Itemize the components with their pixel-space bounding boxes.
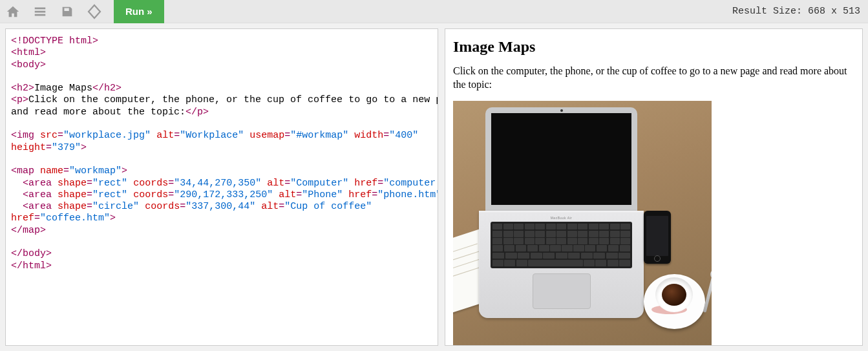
rotate-icon[interactable] (87, 4, 102, 19)
code-area2: area (28, 189, 52, 200)
code-img-usemap-attr: usemap (249, 130, 284, 141)
code-p-text-2: and read more about the topic: (11, 107, 185, 118)
code-img-src-attr: src (40, 130, 58, 141)
code-area1: area (28, 178, 52, 189)
code-html-open: html (17, 47, 40, 58)
result-size-label: Result Size: 668 x 513 (732, 6, 863, 17)
code-img-alt-val: "Workplace" (180, 130, 244, 141)
code-a3-shape: "circle" (92, 201, 139, 212)
code-map-close: map (23, 225, 40, 236)
code-html-close: html (23, 261, 46, 271)
code-area3: area (28, 201, 52, 212)
code-a2-href-attr: href (348, 189, 372, 200)
code-img-width-attr: width (354, 130, 383, 141)
code-body-close: body (23, 248, 46, 259)
camera-icon (560, 109, 563, 112)
home-icon[interactable] (5, 4, 21, 19)
code-img-height-attr: height (11, 142, 46, 153)
code-a3-href-attr: href (11, 213, 34, 224)
code-a3-href: "coffee.htm" (40, 213, 110, 224)
toolbar: Run » Result Size: 668 x 513 (0, 0, 868, 23)
code-h2-open: h2 (17, 83, 28, 94)
code-a2-href: "phone.htm" (377, 189, 438, 200)
save-icon[interactable] (59, 4, 75, 19)
panes: <!DOCTYPE html> <html> <body> <h2>Image … (0, 23, 868, 351)
code-a2-alt-attr: alt (279, 189, 296, 200)
code-a1-href: "computer.htm" (383, 178, 438, 189)
code-a2-coords-attr: coords (133, 189, 168, 200)
code-img-usemap-val: "#workmap" (290, 130, 348, 141)
laptop-brand: MacBook Air (491, 216, 632, 220)
code-img-height-val: "379" (52, 142, 81, 153)
code-doctype: <!DOCTYPE html> (11, 36, 98, 47)
code-a2-coords: "290,172,333,250" (174, 189, 273, 200)
coffee-area[interactable] (644, 268, 708, 332)
toolbar-left (5, 4, 102, 19)
code-a3-coords-attr: coords (145, 201, 180, 212)
laptop-screen (491, 113, 631, 205)
code-img-width-val: "400" (389, 130, 418, 141)
result-pane: Image Maps Click on the computer, the ph… (445, 28, 863, 346)
code-a3-coords: "337,300,44" (185, 201, 255, 212)
code-a1-coords-attr: coords (133, 178, 168, 189)
code-body-open: body (17, 59, 40, 70)
code-a1-alt-attr: alt (267, 178, 284, 189)
result-heading: Image Maps (453, 38, 854, 56)
code-img-alt-attr: alt (156, 130, 174, 141)
code-a1-shape: "rect" (92, 178, 127, 189)
code-a2-shape-attr: shape (58, 189, 87, 200)
code-editor[interactable]: <!DOCTYPE html> <html> <body> <h2>Image … (5, 28, 438, 346)
coffee-icon (662, 284, 686, 306)
code-img-src-val: "workplace.jpg" (63, 130, 151, 141)
code-p-text-1: Click on the computer, the phone, or the… (28, 94, 438, 105)
run-button[interactable]: Run » (114, 0, 164, 23)
code-a2-alt: "Phone" (302, 189, 343, 200)
result-paragraph: Click on the computer, the phone, or the… (453, 65, 854, 92)
code-p-open: p (17, 94, 23, 105)
code-a3-shape-attr: shape (58, 201, 87, 212)
workplace-image[interactable]: MacBook Air (453, 101, 712, 346)
code-p-close: p (197, 107, 203, 118)
trackpad (533, 273, 591, 309)
code-a3-alt: "Cup of coffee" (284, 201, 372, 212)
code-h2-text: Image Maps (34, 83, 92, 94)
code-img-tag: img (17, 130, 34, 141)
menu-icon[interactable] (32, 4, 48, 19)
code-a1-href-attr: href (354, 178, 377, 189)
spoon-icon (703, 273, 712, 312)
code-a2-shape: "rect" (92, 189, 127, 200)
code-map-open: map (17, 165, 34, 176)
keyboard-icon (491, 222, 632, 268)
code-a1-alt: "Computer" (290, 178, 348, 189)
computer-area[interactable]: MacBook Air (479, 107, 644, 321)
code-a1-shape-attr: shape (58, 178, 87, 189)
code-map-name-val: "workmap" (69, 165, 122, 176)
laptop-lid (485, 107, 637, 211)
phone-area[interactable] (644, 211, 671, 264)
code-h2-close: h2 (104, 83, 116, 94)
code-map-name-attr: name (40, 165, 63, 176)
code-a1-coords: "34,44,270,350" (174, 178, 261, 189)
laptop-deck: MacBook Air (479, 211, 644, 318)
cup (655, 277, 693, 312)
code-a3-alt-attr: alt (261, 201, 279, 212)
